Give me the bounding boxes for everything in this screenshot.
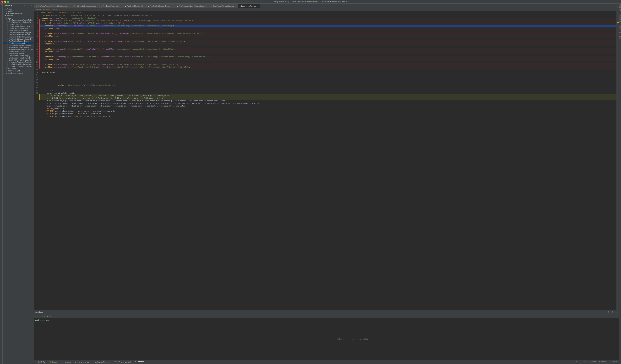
minimize-button[interactable] bbox=[4, 1, 6, 3]
tab-java-enterprise[interactable]: J Java Enterprise bbox=[73, 360, 91, 364]
tab-close-icon[interactable]: × bbox=[257, 5, 258, 7]
tree-item-pms-member[interactable]: ■PmsMemberPriceDao.xml bbox=[2, 30, 34, 32]
close-panel-button[interactable]: — bbox=[614, 311, 618, 314]
services-tree: ▶ Spring Boot bbox=[34, 318, 86, 360]
close-button[interactable] bbox=[1, 1, 3, 3]
tab-terminal[interactable]: ⬛ Terminal bbox=[59, 360, 73, 364]
vc-label: 9: Version Control bbox=[116, 361, 131, 363]
tree-item-pms-pad[interactable]: ■PmsProductAttributeDao.xml bbox=[2, 34, 34, 36]
tab-close-icon[interactable]: × bbox=[121, 5, 121, 7]
code-line-20 bbox=[39, 61, 617, 63]
tree-item-oms-order[interactable]: ■OmsOrderDao.xml bbox=[2, 23, 34, 25]
tree-item-validator[interactable]: ◇validator bbox=[2, 10, 34, 12]
tab-db-changes[interactable]: ⊞ Database Changes bbox=[91, 360, 112, 364]
toolbar-run-button[interactable]: ▶ bbox=[47, 315, 49, 318]
tree-item-pms-pl[interactable]: ■PmsProductLadderDao.xml bbox=[2, 46, 34, 49]
tree-item-mall-admin-app[interactable]: ◆MallAdminApplication bbox=[2, 12, 34, 15]
maximize-button[interactable] bbox=[7, 1, 9, 3]
right-gutter bbox=[617, 11, 619, 310]
code-line-21: <collection property="subjectProductRela… bbox=[39, 63, 617, 66]
code-line-38: LEFT JOIN pms_product_full_reduction pf … bbox=[39, 115, 617, 118]
tab-close-icon[interactable]: × bbox=[97, 5, 98, 7]
tree-item-oms-operate[interactable]: ■OmsOrderOperateHistoryDao.xml bbox=[2, 25, 34, 28]
tree-item-cms-prefrence[interactable]: ■CmsPrefrenceAreaProductRelationDa bbox=[2, 19, 34, 21]
tree-item-ums-role-menu[interactable]: ■UmsRoleMenuRelationDao.xml bbox=[2, 63, 34, 65]
tab-close-icon[interactable]: × bbox=[144, 5, 145, 7]
tree-item-app-dev-yml[interactable]: ◆application-dev.yml bbox=[2, 72, 34, 74]
code-line-24: </resultMap> bbox=[39, 71, 617, 74]
tab-pmsbm[interactable]: ◆ PmsBrandMapper.java × bbox=[100, 4, 123, 8]
tab-version-control[interactable]: ⟲ 9: Version Control bbox=[112, 360, 133, 364]
code-line-33: s.id sku_id,s.product_id sku_product_id,… bbox=[39, 102, 617, 105]
tab-spring[interactable]: 🌿 Spring bbox=[47, 360, 60, 364]
tree-item-meta-inf[interactable]: ◇META-INF bbox=[2, 67, 34, 70]
panel-web[interactable]: Web bbox=[619, 36, 621, 39]
toolbar-group-button[interactable]: ⊞ bbox=[40, 315, 43, 318]
toolbar-refresh-button[interactable]: ↺ bbox=[44, 315, 46, 318]
tree-item-sms-flash[interactable]: ■SmsFlashPromotionProductRelation bbox=[2, 59, 34, 61]
close-panel-button[interactable]: × bbox=[30, 4, 33, 7]
tree-item-dao-folder[interactable]: ◇dao bbox=[2, 17, 34, 19]
code-line-17 bbox=[39, 53, 617, 56]
activity-bar: 1 bbox=[0, 3, 2, 364]
tab-pmspcd[interactable]: ◆ PmsProductCategoryDao.xml × bbox=[147, 4, 175, 8]
breadcrumb-collection[interactable]: collection bbox=[52, 9, 59, 11]
editor-content[interactable]: 12345 678910 1112131415 1617181920 21222… bbox=[34, 11, 619, 310]
tab-pmspd[interactable]: ◆ PmsProductDao.xml × bbox=[238, 4, 260, 8]
breadcrumb-mapper[interactable]: mapper bbox=[35, 9, 41, 11]
code-line-36: LEFT JOIN pms_product_category pc on pc.… bbox=[39, 110, 617, 113]
configure-icon-button[interactable]: ⚙ bbox=[611, 311, 614, 314]
toolbar-expand-button[interactable]: ≡ bbox=[35, 315, 37, 318]
tab-pmspac[interactable]: ◆ PmsProductAttributeCategoryDao.xml × bbox=[175, 4, 210, 8]
tree-item-oms-return[interactable]: ■OmsOrderReturnApplyDao.xml bbox=[2, 28, 34, 30]
panel-structure[interactable]: Z: Structure bbox=[619, 14, 621, 22]
breadcrumb-resultmap[interactable]: resultMap bbox=[43, 9, 50, 11]
tab-services[interactable]: ⚙ Services bbox=[133, 360, 146, 364]
tree-item-pms-pcd[interactable]: ■PmsProductCategoryDao.xml bbox=[2, 40, 34, 42]
code-line-14 bbox=[39, 45, 617, 48]
tab-close-icon[interactable]: × bbox=[235, 5, 236, 7]
activity-project[interactable]: 1 bbox=[0, 4, 2, 5]
tree-item-sources[interactable]: ▼sources bbox=[2, 15, 34, 17]
tree-item-project[interactable]: ▶Project bbox=[2, 8, 34, 10]
tree-item-sms-coupon-cat[interactable]: ■SmsCouponProductCategoryRelation bbox=[2, 55, 34, 57]
panel-database[interactable]: Database bbox=[619, 4, 621, 11]
tab-overflow-button[interactable]: ▾ bbox=[617, 4, 619, 8]
tree-item-pms-pd[interactable]: ■PmsProductDao.xml bbox=[2, 42, 34, 44]
tree-item-sms-coupon-prod[interactable]: ■SmsCouponProductRelationDao.xml bbox=[2, 57, 34, 59]
tree-item-pms-pcar[interactable]: ■PmsProductCategoryAttributeRelation bbox=[2, 38, 34, 40]
toolbar-debug-button[interactable]: ↳ bbox=[50, 315, 52, 318]
tab-smsfp[interactable]: ◆ SmsFlashPromotionProductRelation.java … bbox=[34, 4, 71, 8]
tree-item-pms-pvr[interactable]: ■PmsProductVerifyRecordDao.xml bbox=[2, 49, 34, 50]
code-area[interactable]: <?xml version="1.0" encoding="UTF-8"?> <… bbox=[39, 11, 617, 310]
tab-omsos[interactable]: ◆ OmsOrderSettingMapper.java × bbox=[71, 4, 100, 8]
tab-label: PmsProductAttributeCategoryDao.xml bbox=[178, 5, 206, 7]
tab-close-icon[interactable]: × bbox=[172, 5, 173, 7]
tree-item-pms-pac[interactable]: ■PmsProductAttributeCategoryDao.xml bbox=[2, 32, 34, 34]
settings-icon-button[interactable]: ⚙ bbox=[607, 311, 610, 314]
service-spring-boot[interactable]: ▶ Spring Boot bbox=[35, 319, 85, 322]
status-git: Git: master bbox=[598, 361, 606, 363]
tree-item-cms-subject[interactable]: ■CmsSubjectProductRelationDao.xml bbox=[2, 21, 34, 23]
tab-todo[interactable]: ✓ 0: TODO bbox=[34, 360, 47, 364]
toolbar-collapse-button[interactable]: ⊟ bbox=[37, 315, 40, 318]
tree-item-sms-coupon[interactable]: ■SmsCouponDao.xml bbox=[2, 53, 34, 55]
bottom-panel: Services ⚙ ⚙ — ≡ ⊟ ⊞ ↺ ▶ ↳ ▶ bbox=[34, 310, 619, 360]
tab-pmsbx[interactable]: ◆ PmsBrandMapper.xml × bbox=[123, 4, 147, 8]
tab-close-icon[interactable]: × bbox=[207, 5, 208, 7]
tree-item-ums-role-perm[interactable]: ■UmsRolePermissionRelationDao.xml bbox=[2, 65, 34, 67]
status-memory: 437 of 1981M bbox=[608, 361, 618, 363]
tree-item-pms-sku[interactable]: ■PmsSkuStockDao.xml bbox=[2, 50, 34, 53]
code-line-10: </collection> bbox=[39, 35, 617, 37]
collapse-all-button[interactable]: ⊟ bbox=[23, 4, 26, 7]
tab-close-icon[interactable]: × bbox=[68, 5, 69, 7]
tree-item-pms-pfr[interactable]: ■PmsProductFullReductionDao.xml bbox=[2, 44, 34, 46]
tab-label: PmsProductDao.xml bbox=[241, 5, 256, 7]
breadcrumb-sep: › bbox=[51, 9, 51, 11]
tree-item-pms-pav[interactable]: ■PmsProductAttributeValueDao.xml bbox=[2, 36, 34, 38]
tree-item-app-yml[interactable]: ◆application.yml bbox=[2, 70, 34, 72]
panel-favorites[interactable]: 2: Favorites bbox=[619, 25, 621, 33]
settings-button[interactable]: ⚙ bbox=[27, 4, 30, 7]
tree-item-ums-admin[interactable]: ■UmsAdminPermissionRelationDao.xml bbox=[2, 61, 34, 63]
tab-pmspad[interactable]: ◆ PmsProductAttributeDao.xml × bbox=[210, 4, 238, 8]
